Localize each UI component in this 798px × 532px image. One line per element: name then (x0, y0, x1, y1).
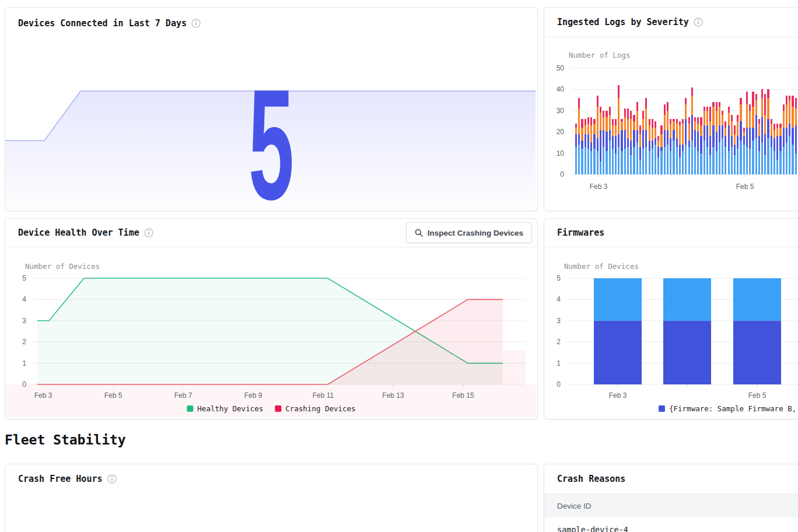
svg-text:50: 50 (556, 64, 565, 72)
svg-text:Feb 13: Feb 13 (382, 391, 404, 400)
firmwares-legend: {Firmware: Sample Firmware B, V (659, 404, 798, 413)
svg-text:Feb 7: Feb 7 (174, 391, 192, 400)
legend-item-firmware-b[interactable]: {Firmware: Sample Firmware B, V (659, 404, 798, 413)
panel-crash-reasons: Crash Reasons Device ID sample-device-4 (544, 464, 798, 532)
svg-text:0: 0 (22, 380, 26, 388)
svg-text:Feb 3: Feb 3 (590, 183, 608, 191)
svg-text:4: 4 (22, 295, 26, 303)
svg-text:Number of Logs: Number of Logs (569, 51, 630, 60)
svg-text:1: 1 (556, 359, 561, 368)
healthy-devices-swatch (187, 405, 193, 412)
panel-ingested-logs: Ingested Logs by Severity 01020304050Num… (544, 7, 798, 211)
svg-text:Feb 5: Feb 5 (736, 183, 754, 191)
panel-title-crash-reasons: Crash Reasons (557, 474, 625, 484)
svg-text:Number of Devices: Number of Devices (25, 262, 100, 271)
svg-text:Feb 3: Feb 3 (34, 391, 52, 400)
svg-text:20: 20 (556, 128, 565, 136)
svg-text:10: 10 (556, 149, 565, 158)
legend-item-crashing-devices[interactable]: Crashing Devices (275, 404, 355, 413)
svg-text:Feb 15: Feb 15 (452, 391, 474, 400)
healthy-devices-label: Healthy Devices (197, 404, 263, 413)
crashing-devices-swatch (275, 405, 281, 412)
panel-title-crash-free-hours: Crash Free Hours (18, 474, 103, 484)
svg-text:Feb 11: Feb 11 (313, 391, 334, 400)
svg-text:0: 0 (560, 170, 564, 178)
svg-text:2: 2 (556, 338, 561, 346)
svg-text:Number of Devices: Number of Devices (564, 262, 639, 271)
crash-reasons-table-header: Device ID (544, 494, 798, 518)
svg-text:0: 0 (556, 380, 561, 388)
crashing-devices-label: Crashing Devices (285, 404, 355, 413)
svg-text:1: 1 (22, 359, 26, 368)
svg-text:30: 30 (556, 107, 565, 115)
panel-firmwares: Firmwares 012345Number of DevicesFeb 3Fe… (544, 218, 798, 419)
table-row-sample-device-4[interactable]: sample-device-4 (544, 517, 798, 532)
svg-text:40: 40 (556, 85, 565, 93)
firmware-b-label: {Firmware: Sample Firmware B, V (669, 404, 798, 413)
svg-text:Feb 5: Feb 5 (104, 391, 123, 400)
panel-crash-free-hours: Crash Free Hours 20168 (5, 464, 538, 532)
crash-free-hours-big-number: 20168 (148, 514, 372, 532)
legend-item-healthy-devices[interactable]: Healthy Devices (187, 404, 263, 413)
firmwares-stacked-bar-chart: 012345Number of DevicesFeb 3Feb 5 (544, 219, 798, 418)
panel-device-health: Device Health Over Time Inspect Crashing… (5, 218, 538, 419)
ingested-logs-stacked-bar-chart: 01020304050Number of LogsFeb 3Feb 5 (544, 8, 798, 209)
svg-text:5: 5 (22, 274, 26, 282)
dashboard-page: Devices Connected in Last 7 Days 5 Inges… (0, 0, 798, 532)
device-health-legend: Healthy Devices Crashing Devices (187, 404, 355, 413)
svg-text:3: 3 (22, 317, 26, 325)
firmware-b-swatch (659, 405, 665, 412)
devices-connected-big-number: 5 (249, 66, 294, 211)
section-heading-fleet-stability: Fleet Stability (5, 432, 126, 447)
device-health-line-chart: 012345Number of DevicesFeb 3Feb 5Feb 7Fe… (5, 219, 536, 418)
svg-text:3: 3 (556, 317, 561, 325)
svg-text:Feb 3: Feb 3 (609, 391, 627, 400)
column-header-device-id: Device ID (557, 502, 592, 510)
panel-devices-connected: Devices Connected in Last 7 Days 5 (5, 7, 538, 211)
device-id-cell: sample-device-4 (557, 525, 628, 532)
svg-text:Feb 5: Feb 5 (748, 391, 766, 400)
info-icon[interactable] (107, 474, 117, 484)
svg-text:5: 5 (556, 274, 561, 282)
svg-text:2: 2 (22, 338, 26, 346)
svg-text:Feb 9: Feb 9 (244, 391, 262, 400)
svg-text:4: 4 (556, 295, 561, 303)
